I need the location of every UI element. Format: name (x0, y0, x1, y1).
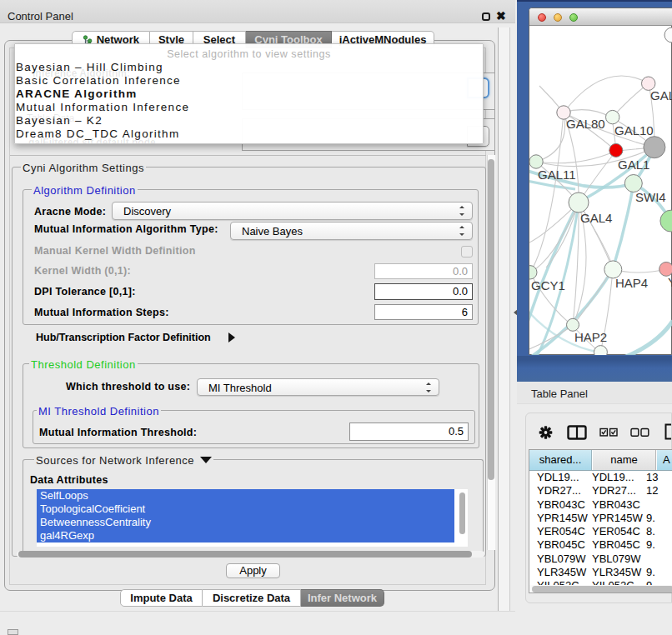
svg-text:YM: YM (668, 275, 672, 289)
svg-text:GAL80: GAL80 (566, 117, 605, 131)
svg-text:GAL7: GAL7 (650, 88, 672, 102)
svg-text:GAL1: GAL1 (618, 158, 649, 172)
svg-text:GAL10: GAL10 (614, 123, 654, 138)
svg-text:HAP2: HAP2 (574, 330, 607, 344)
svg-text:SWI4: SWI4 (635, 190, 666, 204)
svg-text:GAL4: GAL4 (580, 211, 612, 225)
svg-text:HAP4: HAP4 (615, 276, 648, 290)
svg-text:GAL11: GAL11 (538, 168, 576, 182)
svg-text:GCY1: GCY1 (531, 278, 565, 292)
